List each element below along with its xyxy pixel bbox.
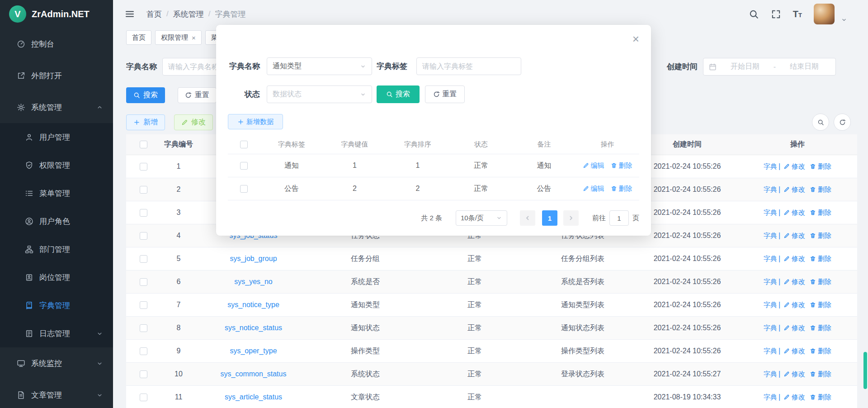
delete-link[interactable]: 删除 [810,185,831,194]
edit-link[interactable]: 修改 [783,232,805,240]
add-button[interactable]: 新增 [126,114,165,130]
sidebar-item-user-management[interactable]: 用户管理 [0,123,113,151]
next-page-button[interactable] [563,210,579,226]
dict-type-link[interactable]: sys_notice_status [225,324,282,332]
sidebar-item-log-management[interactable]: 日志管理 [0,319,113,347]
delete-link[interactable]: 删除 [810,347,831,356]
page-size-select[interactable]: 10条/页 [456,210,507,226]
dialog-reset-button[interactable]: 重置 [425,85,465,103]
row-checkbox[interactable] [140,209,147,217]
delete-link[interactable]: 删除 [810,301,831,309]
breadcrumb-system[interactable]: 系统管理 [173,9,204,19]
edit-link[interactable]: 修改 [783,301,805,309]
dict-data-link[interactable]: 字典 [764,209,777,217]
edit-link[interactable]: 修改 [783,324,805,332]
date-range-picker[interactable]: 开始日期 - 结束日期 [703,58,836,76]
user-avatar[interactable] [814,4,835,24]
search-icon[interactable] [749,9,759,19]
scrollbar-thumb[interactable] [863,352,867,389]
refresh-table-button[interactable] [834,114,851,131]
status-select[interactable]: 数据状态 [267,85,372,103]
row-checkbox[interactable] [140,301,147,309]
goto-page-input[interactable] [609,210,629,226]
chevron-down-icon[interactable] [841,17,847,23]
add-data-button[interactable]: 新增数据 [228,114,283,129]
sidebar-item-external-open[interactable]: 外部打开 [0,60,113,91]
edit-link[interactable]: 修改 [783,278,805,286]
dict-data-link[interactable]: 字典 [764,324,777,332]
dict-data-link[interactable]: 字典 [764,162,777,171]
row-checkbox[interactable] [140,232,147,240]
dict-data-link[interactable]: 字典 [764,278,777,286]
sidebar-item-article-management[interactable]: 文章管理 [0,379,113,408]
delete-link[interactable]: 删除 [810,255,831,263]
row-checkbox[interactable] [140,347,147,355]
dict-type-link[interactable]: sys_oper_type [230,347,277,355]
dict-data-link[interactable]: 字典 [764,347,777,356]
delete-link[interactable]: 删除 [810,393,831,402]
collapse-sidebar-icon[interactable] [125,9,135,19]
sidebar-item-system-monitor[interactable]: 系统监控 [0,347,113,379]
dict-type-link[interactable]: sys_common_status [221,370,287,378]
sidebar-item-permission-management[interactable]: 权限管理 [0,151,113,179]
edit-link[interactable]: 编辑 [583,161,604,170]
sidebar-item-console[interactable]: 控制台 [0,28,113,60]
edit-link[interactable]: 修改 [783,347,805,356]
delete-link[interactable]: 删除 [810,278,831,286]
row-checkbox[interactable] [140,186,147,194]
dict-data-link[interactable]: 字典 [764,370,777,379]
dict-type-link[interactable]: sys_article_status [225,393,282,401]
row-checkbox[interactable] [140,324,147,332]
delete-link[interactable]: 删除 [810,324,831,332]
sidebar-item-department-management[interactable]: 部门管理 [0,235,113,263]
current-page-button[interactable]: 1 [542,210,557,226]
delete-link[interactable]: 删除 [611,185,632,193]
edit-link[interactable]: 修改 [783,370,805,379]
breadcrumb-home[interactable]: 首页 [146,9,162,19]
prev-page-button[interactable] [520,210,535,226]
font-size-icon[interactable]: TT [793,9,802,19]
row-checkbox[interactable] [140,255,147,263]
row-checkbox[interactable] [240,162,248,170]
edit-link[interactable]: 修改 [783,162,805,171]
dialog-search-button[interactable]: 搜索 [377,85,420,103]
row-checkbox[interactable] [140,163,147,171]
sidebar-item-dict-management[interactable]: 字典管理 [0,291,113,319]
edit-link[interactable]: 编辑 [583,185,604,193]
tab-close-icon[interactable]: × [192,34,196,41]
dict-type-link[interactable]: sys_job_group [230,255,277,263]
dict-data-link[interactable]: 字典 [764,393,777,402]
show-search-toggle-button[interactable] [812,114,829,131]
row-checkbox[interactable] [140,394,147,401]
delete-link[interactable]: 删除 [810,209,831,217]
delete-link[interactable]: 删除 [810,162,831,171]
sidebar-item-post-management[interactable]: 岗位管理 [0,263,113,291]
row-checkbox[interactable] [140,278,147,286]
tab-home[interactable]: 首页 [126,30,151,45]
row-checkbox[interactable] [240,185,248,193]
dict-data-link[interactable]: 字典 [764,232,777,240]
fullscreen-icon[interactable] [771,9,781,19]
row-checkbox[interactable] [140,370,147,378]
tab-permission-management[interactable]: 权限管理 × [155,30,202,45]
sidebar-item-user-roles[interactable]: 用户角色 [0,207,113,235]
delete-link[interactable]: 删除 [810,232,831,240]
close-icon[interactable]: × [632,33,639,45]
edit-link[interactable]: 修改 [783,185,805,194]
dict-data-link[interactable]: 字典 [764,255,777,263]
dict-type-link[interactable]: sys_yes_no [234,278,273,286]
edit-link[interactable]: 修改 [783,255,805,263]
delete-link[interactable]: 删除 [810,370,831,379]
delete-link[interactable]: 删除 [611,161,632,170]
edit-link[interactable]: 修改 [783,393,805,402]
dict-data-link[interactable]: 字典 [764,301,777,309]
sidebar-item-system-management[interactable]: 系统管理 [0,91,113,123]
dict-name-select[interactable]: 通知类型 [267,57,372,75]
dict-data-link[interactable]: 字典 [764,185,777,194]
edit-link[interactable]: 修改 [783,209,805,217]
sidebar-item-menu-management[interactable]: 菜单管理 [0,179,113,207]
select-all-checkbox[interactable] [240,141,248,148]
dict-label-input[interactable] [416,57,521,75]
reset-button[interactable]: 重置 [178,87,217,103]
edit-button[interactable]: 修改 [174,114,213,130]
